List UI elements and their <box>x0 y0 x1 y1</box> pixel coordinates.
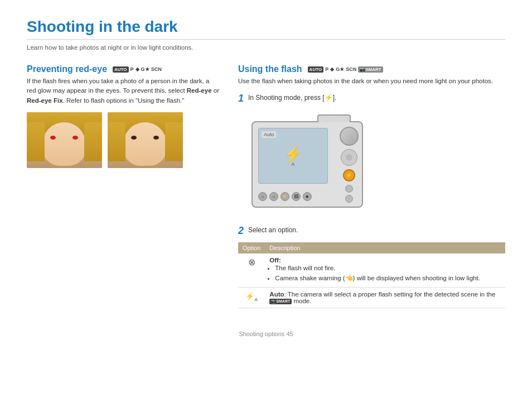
step-2: 2 Select an option. <box>238 225 505 237</box>
page-title: Shooting in the dark <box>27 18 505 40</box>
auto-description: Auto: The camera will select a proper fl… <box>265 288 505 308</box>
footer-text: Shooting options 45 <box>239 331 293 337</box>
using-flash-title: Using the flash AUTO P ◆ G★ SCN 📷SMART <box>238 64 505 74</box>
off-icon-cell: ⊗ <box>238 253 265 288</box>
off-bullet-2: Camera shake warning (👈) will be display… <box>275 274 501 283</box>
mode-badges-left: AUTO P ◆ G★ SCN <box>113 66 162 73</box>
table-row-auto: ⚡A Auto: The camera will select a proper… <box>238 288 505 308</box>
step-2-text: Select an option. <box>248 225 298 234</box>
step-2-number: 2 <box>238 225 244 237</box>
using-flash-intro: Use the flash when taking photos in the … <box>238 76 505 86</box>
photo-redeye <box>27 112 102 168</box>
off-icon: ⊗ <box>248 257 255 267</box>
camera-diagram: Auto ⚡ A ○ ○ ⚡ 🖼 ◆ <box>252 110 391 216</box>
preventing-redeye-title: Preventing red-eye AUTO P ◆ G★ SCN <box>27 64 220 74</box>
auto-icon-cell: ⚡A <box>238 288 265 308</box>
mode-badges-right: AUTO P ◆ G★ SCN 📷SMART <box>308 66 383 73</box>
step-1-text: In Shooting mode, press [⚡]. <box>248 93 336 102</box>
off-bullets: The flash will not fire. Camera shake wa… <box>275 264 501 283</box>
page-footer: Shooting options 45 <box>27 331 505 337</box>
off-bullet-1: The flash will not fire. <box>275 264 501 272</box>
smart-mode-badge: 📷SMART <box>269 299 292 304</box>
step-1-number: 1 <box>238 93 244 104</box>
two-column-layout: Preventing red-eye AUTO P ◆ G★ SCN If th… <box>27 64 505 308</box>
preventing-redeye-text: If the flash fires when you take a photo… <box>27 76 220 106</box>
table-row-off: ⊗ Off: The flash will not fire. Camera s… <box>238 253 505 288</box>
off-description: Off: The flash will not fire. Camera sha… <box>265 253 505 288</box>
page-subtitle: Learn how to take photos at night or in … <box>27 44 505 51</box>
photo-corrected <box>108 112 183 168</box>
step-1: 1 In Shooting mode, press [⚡]. <box>238 93 505 104</box>
auto-flash-icon: ⚡A <box>245 292 257 300</box>
options-table: Option Description ⊗ Off: The flash will… <box>238 242 505 308</box>
example-photos-row <box>27 112 220 168</box>
table-header-description: Description <box>265 242 505 253</box>
table-header-option: Option <box>238 242 265 253</box>
right-column: Using the flash AUTO P ◆ G★ SCN 📷SMART U… <box>238 64 505 308</box>
left-column: Preventing red-eye AUTO P ◆ G★ SCN If th… <box>27 64 220 308</box>
